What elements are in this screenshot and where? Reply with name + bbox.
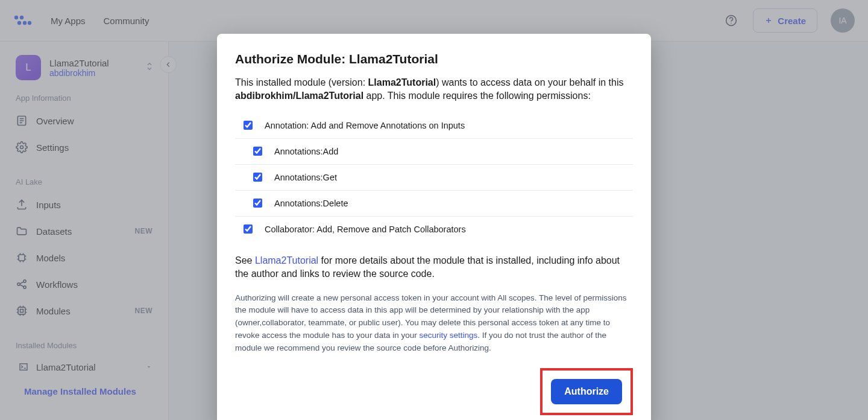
module-link[interactable]: Llama2Tutorial: [255, 255, 318, 266]
modal-lead: This installed module (version: Llama2Tu…: [235, 76, 633, 103]
authorize-button[interactable]: Authorize: [551, 379, 622, 404]
permissions-list[interactable]: Annotation: Add and Remove Annotations o…: [235, 113, 633, 237]
permission-label: Annotations:Delete: [274, 199, 348, 208]
authorize-modal: Authorize Module: Llama2Tutorial This in…: [217, 34, 651, 420]
permission-row: Annotations:Delete: [235, 191, 633, 217]
permission-row: Collaborator: Add, Remove and Patch Coll…: [235, 217, 633, 237]
permission-label: Collaborator: Add, Remove and Patch Coll…: [265, 224, 466, 234]
fineprint: Authorizing will create a new personal a…: [235, 292, 633, 355]
permission-checkbox[interactable]: [244, 224, 253, 234]
modal-title: Authorize Module: Llama2Tutorial: [235, 52, 633, 66]
permission-row: Annotations:Get: [235, 165, 633, 191]
permission-label: Annotation: Add and Remove Annotations o…: [265, 121, 465, 130]
permission-checkbox[interactable]: [253, 173, 262, 182]
permission-row: Annotations:Add: [235, 139, 633, 165]
permission-label: Annotations:Add: [274, 147, 338, 156]
permission-checkbox[interactable]: [253, 147, 262, 156]
see-more-text: See Llama2Tutorial for more details abou…: [235, 254, 633, 281]
permission-checkbox[interactable]: [244, 121, 253, 130]
permission-checkbox[interactable]: [253, 199, 262, 208]
permission-label: Annotations:Get: [274, 173, 337, 182]
security-settings-link[interactable]: security settings: [419, 331, 477, 340]
authorize-highlight: Authorize: [540, 368, 633, 415]
modal-overlay: Authorize Module: Llama2Tutorial This in…: [0, 0, 868, 420]
permission-row: Annotation: Add and Remove Annotations o…: [235, 113, 633, 139]
